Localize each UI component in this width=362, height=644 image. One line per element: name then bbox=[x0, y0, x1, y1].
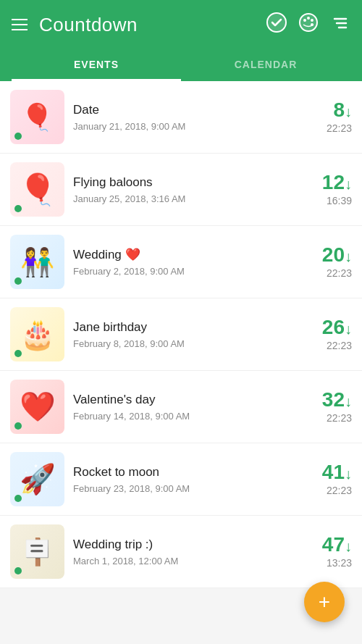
status-dot bbox=[14, 495, 22, 502]
svg-point-4 bbox=[311, 19, 313, 22]
countdown-days: 32↓ bbox=[308, 390, 352, 410]
countdown-arrow: ↓ bbox=[345, 248, 352, 264]
countdown-days: 20↓ bbox=[308, 245, 352, 265]
list-item[interactable]: 🚀 Rocket to moon February 23, 2018, 9:00… bbox=[0, 443, 362, 516]
event-thumb: ❤️ bbox=[10, 380, 64, 434]
list-item[interactable]: 🎈 Date January 21, 2018, 9:00 AM 8↓ 22:2… bbox=[0, 81, 362, 154]
countdown-time: 13:23 bbox=[308, 557, 352, 569]
event-thumb: 👫 bbox=[10, 235, 64, 289]
event-name: Wedding trip :) bbox=[73, 538, 300, 552]
list-item[interactable]: 👫 Wedding ❤️ February 2, 2018, 9:00 AM 2… bbox=[0, 226, 362, 298]
menu-button[interactable] bbox=[12, 19, 28, 30]
event-name: Jane birthday bbox=[73, 320, 300, 335]
event-thumb: 🎈 bbox=[10, 90, 64, 144]
event-date: February 8, 2018, 9:00 AM bbox=[73, 338, 300, 349]
header-top: Countdown bbox=[12, 0, 350, 49]
event-info: Flying baloons January 25, 2018, 3:16 AM bbox=[64, 175, 308, 204]
countdown-days: 47↓ bbox=[308, 535, 352, 555]
list-item[interactable]: 🪧 Wedding trip :) March 1, 2018, 12:00 A… bbox=[0, 516, 362, 588]
event-countdown: 8↓ 22:23 bbox=[308, 100, 352, 134]
event-info: Wedding ❤️ February 2, 2018, 9:00 AM bbox=[64, 247, 308, 277]
event-name: Wedding ❤️ bbox=[73, 247, 300, 262]
check-icon[interactable] bbox=[266, 12, 287, 37]
event-name: Date bbox=[73, 103, 300, 117]
header-tabs: EVENTS CALENDAR bbox=[12, 49, 350, 81]
status-dot bbox=[14, 567, 22, 574]
event-list: 🎈 Date January 21, 2018, 9:00 AM 8↓ 22:2… bbox=[0, 81, 362, 588]
event-name: Valentine's day bbox=[73, 393, 300, 407]
event-date: February 2, 2018, 9:00 AM bbox=[73, 266, 300, 277]
event-date: March 1, 2018, 12:00 AM bbox=[73, 556, 300, 566]
add-event-button[interactable]: + bbox=[304, 582, 345, 622]
event-date: January 25, 2018, 3:16 AM bbox=[73, 193, 300, 204]
event-info: Date January 21, 2018, 9:00 AM bbox=[64, 103, 308, 132]
status-dot bbox=[14, 205, 22, 212]
event-thumb: 🪧 bbox=[10, 524, 64, 579]
app-title: Countdown bbox=[39, 14, 255, 36]
list-item[interactable]: ❤️ Valentine's day February 14, 2018, 9:… bbox=[0, 371, 362, 443]
event-thumb: 🚀 bbox=[10, 452, 64, 506]
countdown-days: 26↓ bbox=[308, 317, 352, 338]
add-icon: + bbox=[319, 590, 330, 614]
event-name: Rocket to moon bbox=[73, 465, 300, 480]
svg-point-2 bbox=[303, 19, 306, 22]
countdown-time: 22:23 bbox=[308, 340, 352, 351]
status-dot bbox=[14, 133, 22, 140]
tab-calendar[interactable]: CALENDAR bbox=[181, 49, 350, 81]
countdown-arrow: ↓ bbox=[345, 393, 352, 409]
countdown-arrow: ↓ bbox=[345, 538, 352, 554]
event-date: February 23, 2018, 9:00 AM bbox=[73, 483, 300, 494]
countdown-arrow: ↓ bbox=[345, 176, 352, 192]
event-info: Valentine's day February 14, 2018, 9:00 … bbox=[64, 393, 308, 422]
countdown-time: 16:39 bbox=[308, 195, 352, 206]
event-thumb: 🎂 bbox=[10, 307, 64, 361]
palette-icon[interactable] bbox=[298, 12, 319, 37]
event-countdown: 12↓ 16:39 bbox=[308, 172, 352, 206]
event-countdown: 41↓ 22:23 bbox=[308, 462, 352, 496]
countdown-time: 22:23 bbox=[308, 122, 352, 134]
event-countdown: 47↓ 13:23 bbox=[308, 535, 352, 569]
countdown-days: 8↓ bbox=[308, 100, 352, 120]
countdown-time: 22:23 bbox=[308, 485, 352, 496]
svg-point-3 bbox=[307, 17, 310, 20]
event-countdown: 26↓ 22:23 bbox=[308, 317, 352, 351]
countdown-time: 22:23 bbox=[308, 412, 352, 424]
event-countdown: 32↓ 22:23 bbox=[308, 390, 352, 424]
event-name: Flying baloons bbox=[73, 175, 300, 190]
status-dot bbox=[14, 422, 22, 430]
event-thumb: 🎈 bbox=[10, 162, 64, 217]
event-info: Wedding trip :) March 1, 2018, 12:00 AM bbox=[64, 538, 308, 566]
app-header: Countdown bbox=[0, 0, 362, 81]
sort-icon[interactable] bbox=[330, 12, 350, 37]
svg-point-1 bbox=[300, 14, 317, 31]
countdown-time: 22:23 bbox=[308, 267, 352, 279]
status-dot bbox=[14, 350, 22, 357]
status-dot bbox=[14, 277, 22, 285]
svg-point-0 bbox=[267, 13, 286, 32]
countdown-days: 12↓ bbox=[308, 172, 352, 193]
event-date: January 21, 2018, 9:00 AM bbox=[73, 121, 300, 132]
countdown-arrow: ↓ bbox=[345, 466, 352, 482]
list-item[interactable]: 🎂 Jane birthday February 8, 2018, 9:00 A… bbox=[0, 298, 362, 371]
countdown-arrow: ↓ bbox=[345, 104, 352, 120]
countdown-days: 41↓ bbox=[308, 462, 352, 482]
countdown-arrow: ↓ bbox=[345, 321, 352, 337]
event-date: February 14, 2018, 9:00 AM bbox=[73, 411, 300, 422]
event-info: Jane birthday February 8, 2018, 9:00 AM bbox=[64, 320, 308, 349]
event-countdown: 20↓ 22:23 bbox=[308, 245, 352, 279]
event-info: Rocket to moon February 23, 2018, 9:00 A… bbox=[64, 465, 308, 494]
list-item[interactable]: 🎈 Flying baloons January 25, 2018, 3:16 … bbox=[0, 154, 362, 226]
tab-events[interactable]: EVENTS bbox=[12, 49, 181, 81]
